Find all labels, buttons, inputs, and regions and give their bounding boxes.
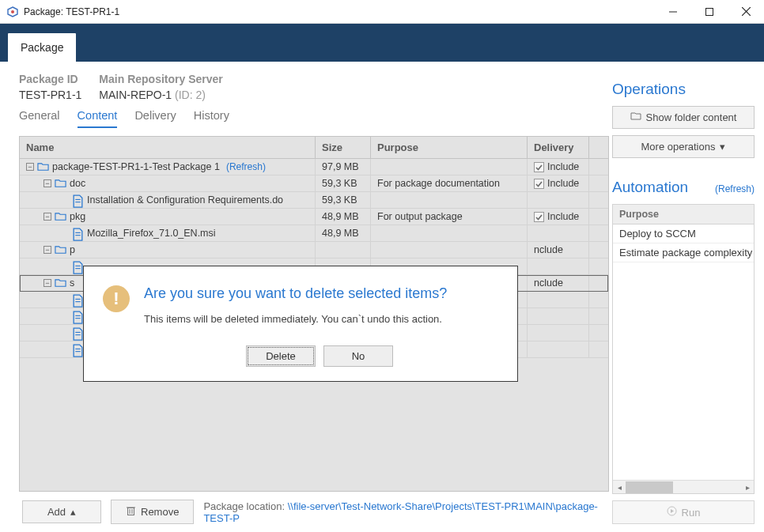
row-name: Installation & Configuration Requirement… — [87, 194, 283, 206]
row-name: doc — [70, 178, 85, 189]
file-icon — [72, 261, 84, 272]
row-size: 59,3 KB — [316, 175, 371, 191]
page-tab-history[interactable]: History — [194, 109, 229, 128]
col-header-size[interactable]: Size — [316, 137, 371, 158]
include-checkbox[interactable] — [534, 162, 544, 172]
row-delivery — [528, 292, 589, 308]
page-tab-general[interactable]: General — [19, 109, 60, 128]
minimize-button[interactable] — [655, 0, 691, 24]
tree-row[interactable]: Mozilla_Firefox_71.0_EN.msi48,9 MB — [20, 225, 608, 242]
tree-grid-header: Name Size Purpose Delivery — [20, 137, 608, 159]
dialog-message: This items will be deleted immediately. … — [144, 313, 495, 325]
page-tab-content[interactable]: Content — [78, 109, 118, 128]
run-button[interactable]: Run — [612, 500, 755, 524]
file-icon — [72, 327, 84, 338]
page-tab-delivery[interactable]: Delivery — [134, 109, 176, 128]
dialog-no-button[interactable]: No — [323, 345, 393, 367]
dialog-delete-button[interactable]: Delete — [246, 345, 316, 367]
svg-marker-25 — [671, 509, 674, 513]
file-icon — [72, 294, 84, 305]
folder-open-icon — [630, 111, 641, 123]
tree-row[interactable]: −doc59,3 KBFor package documentationIncl… — [20, 175, 608, 192]
row-purpose: For output package — [371, 209, 528, 224]
show-folder-content-button[interactable]: Show folder content — [612, 106, 755, 129]
row-purpose — [371, 242, 528, 258]
row-name: s — [70, 277, 74, 289]
automation-hscrollbar[interactable]: ◂ ▸ — [613, 480, 754, 493]
row-delivery[interactable]: nclude — [528, 275, 589, 291]
include-checkbox[interactable] — [534, 179, 544, 189]
row-delivery — [528, 325, 589, 341]
col-header-purpose[interactable]: Purpose — [371, 137, 528, 158]
row-name: package-TEST-PR1-1-Test Package 1 — [52, 161, 220, 172]
expand-toggle[interactable]: − — [43, 279, 51, 287]
tree-row[interactable]: Installation & Configuration Requirement… — [20, 192, 608, 209]
row-delivery — [528, 192, 589, 208]
col-header-name[interactable]: Name — [20, 137, 316, 158]
more-operations-button[interactable]: More operations ▾ — [612, 135, 755, 158]
row-size: 97,9 MB — [316, 159, 371, 175]
col-header-extra — [589, 137, 608, 158]
expand-toggle[interactable]: − — [43, 246, 51, 254]
trash-icon — [126, 505, 136, 519]
automation-list: Purpose Deploy to SCCMEstimate package c… — [612, 204, 755, 494]
bottom-bar: Add ▴ Remove Package location: \\file-se… — [19, 492, 609, 524]
tree-row[interactable]: −package-TEST-PR1-1-Test Package 1(Refre… — [20, 159, 608, 175]
row-purpose: For package documentation — [371, 175, 528, 191]
scroll-right-icon[interactable]: ▸ — [741, 481, 754, 494]
package-id-label: Package ID — [19, 73, 81, 85]
row-delivery[interactable]: Include — [528, 209, 589, 224]
meta-row: Package ID TEST-PR1-1 Main Repository Se… — [19, 73, 609, 101]
tree-row[interactable]: −pnclude — [20, 242, 608, 258]
expand-toggle[interactable]: − — [43, 179, 51, 187]
automation-item[interactable]: Deploy to SCCM — [613, 224, 754, 243]
file-icon — [72, 194, 84, 206]
close-button[interactable] — [728, 0, 764, 24]
expand-toggle[interactable]: − — [43, 213, 51, 221]
warning-icon: ! — [103, 285, 130, 312]
row-delivery[interactable]: Include — [528, 175, 589, 191]
row-delivery — [528, 258, 589, 274]
automation-item[interactable]: Estimate package complexity — [613, 243, 754, 262]
row-size: 48,9 MB — [316, 225, 371, 241]
automation-title: Automation — [612, 179, 688, 196]
titlebar: Package: TEST-PR1-1 — [0, 0, 764, 24]
refresh-link[interactable]: (Refresh) — [226, 161, 266, 172]
row-delivery[interactable]: nclude — [528, 242, 589, 258]
row-delivery — [528, 308, 589, 324]
row-purpose — [371, 192, 528, 208]
ribbon-tab-package[interactable]: Package — [8, 33, 76, 62]
col-header-delivery[interactable]: Delivery — [528, 137, 589, 158]
expand-toggle[interactable]: − — [26, 163, 34, 171]
operations-title: Operations — [612, 81, 755, 98]
app-icon — [6, 6, 19, 18]
row-size: 48,9 MB — [316, 209, 371, 224]
chevron-up-icon: ▴ — [70, 506, 76, 518]
maximize-button[interactable] — [691, 0, 728, 24]
automation-header-purpose[interactable]: Purpose — [613, 205, 754, 224]
tree-row[interactable]: −pkg48,9 MBFor output packageInclude — [20, 209, 608, 225]
row-delivery[interactable]: Include — [528, 159, 589, 175]
repo-value: MAIN-REPO-1 — [99, 89, 172, 101]
include-checkbox[interactable] — [534, 212, 544, 222]
play-icon — [667, 506, 677, 519]
page-tabs: GeneralContentDeliveryHistory — [19, 109, 609, 128]
ribbon: Package — [0, 24, 764, 62]
row-purpose — [371, 225, 528, 241]
scroll-left-icon[interactable]: ◂ — [613, 481, 626, 494]
file-icon — [72, 344, 84, 355]
folder-icon — [55, 277, 66, 289]
row-delivery — [528, 225, 589, 241]
svg-point-1 — [11, 10, 14, 13]
folder-icon — [55, 244, 66, 255]
row-name: p — [70, 244, 75, 255]
dialog-title: Are you sure you want to delete selected… — [144, 285, 495, 302]
automation-refresh-link[interactable]: (Refresh) — [715, 183, 755, 194]
remove-button[interactable]: Remove — [111, 500, 194, 524]
file-icon — [72, 311, 84, 322]
add-button[interactable]: Add ▴ — [22, 500, 101, 523]
package-location: Package location: \\file-server\Test-Net… — [203, 500, 609, 524]
row-name: pkg — [70, 211, 85, 222]
scroll-thumb[interactable] — [626, 481, 673, 493]
chevron-down-icon: ▾ — [720, 141, 725, 153]
